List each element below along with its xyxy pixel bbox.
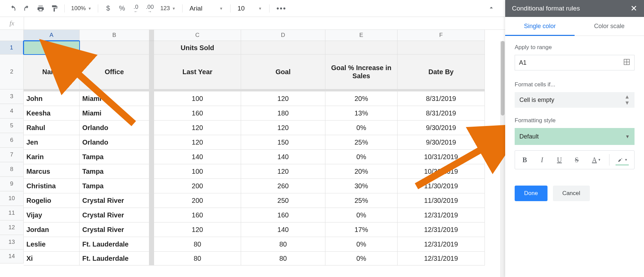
- cell[interactable]: Rogelio: [24, 193, 80, 208]
- cell[interactable]: 13%: [325, 106, 398, 121]
- cell[interactable]: 80: [154, 237, 241, 252]
- cell[interactable]: 12/31/2019: [398, 222, 485, 237]
- redo-button[interactable]: [21, 2, 33, 15]
- cell[interactable]: 120: [154, 222, 241, 237]
- more-button[interactable]: •••: [273, 4, 290, 13]
- cell[interactable]: 250: [241, 193, 325, 208]
- cancel-button[interactable]: Cancel: [553, 186, 590, 201]
- cell[interactable]: 120: [154, 135, 241, 150]
- row-header[interactable]: 14: [0, 250, 24, 263]
- cell[interactable]: 200: [154, 193, 241, 208]
- cell[interactable]: Date By: [398, 55, 485, 89]
- cell[interactable]: Christina: [24, 179, 80, 193]
- cell[interactable]: Crystal River: [80, 222, 149, 237]
- paint-format-button[interactable]: [48, 2, 61, 15]
- cell[interactable]: 150: [241, 135, 325, 150]
- cell[interactable]: 120: [154, 121, 241, 135]
- increase-decimals-button[interactable]: .00→: [144, 2, 156, 15]
- cell[interactable]: 8/31/2019: [398, 106, 485, 121]
- cell[interactable]: 200: [154, 179, 241, 193]
- cell[interactable]: 25%: [325, 193, 398, 208]
- cell[interactable]: 0%: [325, 208, 398, 222]
- cell[interactable]: John: [24, 91, 80, 106]
- row-header[interactable]: 12: [0, 220, 24, 235]
- grid-icon[interactable]: [623, 59, 630, 67]
- cell[interactable]: Units Sold: [154, 41, 241, 55]
- cell[interactable]: Last Year: [154, 55, 241, 89]
- cell[interactable]: 80: [241, 252, 325, 265]
- text-color-button[interactable]: A▼: [586, 153, 606, 167]
- row-header[interactable]: 3: [0, 89, 24, 104]
- undo-button[interactable]: [7, 2, 19, 15]
- cell[interactable]: 100: [154, 91, 241, 106]
- cell[interactable]: Crystal River: [80, 208, 149, 222]
- style-dropdown[interactable]: Default ▼: [515, 128, 635, 145]
- cell[interactable]: 260: [241, 179, 325, 193]
- column-header[interactable]: B: [80, 30, 149, 41]
- cell[interactable]: [80, 41, 149, 55]
- cell[interactable]: Ft. Lauderdale: [80, 252, 149, 265]
- cell[interactable]: [241, 41, 325, 55]
- cell[interactable]: [398, 41, 485, 55]
- cell[interactable]: Tampa: [80, 179, 149, 193]
- cell[interactable]: Tampa: [80, 150, 149, 164]
- row-header[interactable]: 10: [0, 191, 24, 206]
- cell[interactable]: 0%: [325, 121, 398, 135]
- cell[interactable]: 11/30/2019: [398, 179, 485, 193]
- collapse-toolbar-button[interactable]: [488, 4, 495, 13]
- cell[interactable]: 9/30/2019: [398, 135, 485, 150]
- cell[interactable]: 140: [154, 150, 241, 164]
- row-header[interactable]: 11: [0, 206, 24, 220]
- cell[interactable]: Leslie: [24, 237, 80, 252]
- cell[interactable]: 0%: [325, 237, 398, 252]
- range-input[interactable]: A1: [515, 55, 635, 70]
- cell[interactable]: Orlando: [80, 135, 149, 150]
- cell[interactable]: Jen: [24, 135, 80, 150]
- cell[interactable]: 12/31/2019: [398, 208, 485, 222]
- column-header[interactable]: C: [154, 30, 241, 41]
- cell[interactable]: [24, 41, 80, 55]
- cell[interactable]: 160: [154, 208, 241, 222]
- italic-button[interactable]: I: [534, 153, 550, 167]
- strikethrough-button[interactable]: S: [569, 153, 584, 167]
- row-header[interactable]: 9: [0, 177, 24, 191]
- cell[interactable]: Karin: [24, 150, 80, 164]
- cell[interactable]: 25%: [325, 135, 398, 150]
- cell[interactable]: 10/31/2019: [398, 150, 485, 164]
- done-button[interactable]: Done: [515, 186, 548, 201]
- cell[interactable]: Orlando: [80, 121, 149, 135]
- row-header[interactable]: 13: [0, 235, 24, 250]
- cell[interactable]: 120: [241, 121, 325, 135]
- cell[interactable]: 12/31/2019: [398, 252, 485, 265]
- cell[interactable]: Keesha: [24, 106, 80, 121]
- percent-button[interactable]: %: [116, 2, 128, 15]
- row-header[interactable]: 6: [0, 133, 24, 148]
- row-header[interactable]: 8: [0, 162, 24, 177]
- cell[interactable]: Jordan: [24, 222, 80, 237]
- cell[interactable]: Miami: [80, 106, 149, 121]
- cell[interactable]: Goal % Increase in Sales: [325, 55, 398, 89]
- cell[interactable]: Ft. Lauderdale: [80, 237, 149, 252]
- vertical-scrollbar[interactable]: [500, 41, 505, 277]
- cell[interactable]: 180: [241, 106, 325, 121]
- frozen-column-divider[interactable]: [149, 30, 154, 41]
- cell[interactable]: 140: [241, 150, 325, 164]
- cell[interactable]: 120: [241, 91, 325, 106]
- cell[interactable]: Xi: [24, 252, 80, 265]
- cell[interactable]: 17%: [325, 222, 398, 237]
- cell[interactable]: 0%: [325, 252, 398, 265]
- cell[interactable]: Rahul: [24, 121, 80, 135]
- row-header[interactable]: 1: [0, 41, 24, 55]
- cell[interactable]: Goal: [241, 55, 325, 89]
- cell[interactable]: 100: [154, 164, 241, 179]
- cell[interactable]: 10/31/2019: [398, 164, 485, 179]
- currency-button[interactable]: $: [102, 2, 114, 15]
- cell[interactable]: Name: [24, 55, 80, 89]
- cell[interactable]: 120: [241, 164, 325, 179]
- cell[interactable]: 0%: [325, 150, 398, 164]
- cell[interactable]: Miami: [80, 91, 149, 106]
- cell[interactable]: 20%: [325, 164, 398, 179]
- scroll-thumb[interactable]: [501, 41, 505, 115]
- select-all-corner[interactable]: [0, 30, 24, 41]
- font-dropdown[interactable]: Arial▼: [186, 5, 227, 12]
